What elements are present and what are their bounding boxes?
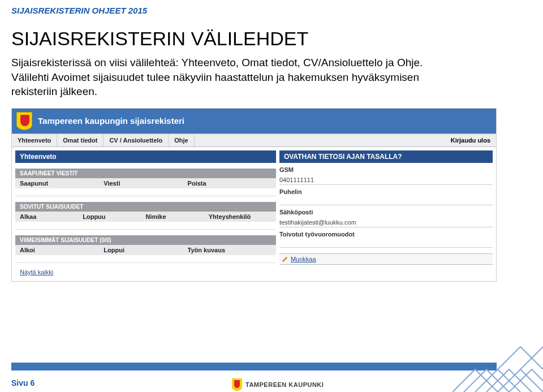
page-title: SIJAISREKISTERIN VÄLILEHDET (0, 20, 543, 55)
email-label: Sähköposti (279, 209, 493, 216)
body-paragraph: Sijaisrekisterissä on viisi välilehteä: … (0, 55, 464, 106)
col-yhteyshenkilo: Yhteyshenkilö (209, 213, 272, 220)
footer-brand: TAMPEREEN KAUPUNKI (232, 378, 324, 391)
right-column: OVATHAN TIETOSI AJAN TASALLA? GSM 040111… (279, 150, 493, 278)
app-title: Tampereen kaupungin sijaisrekisteri (38, 116, 184, 126)
col-loppuu: Loppuu (83, 213, 145, 220)
table-row (15, 188, 276, 196)
col-alkoi: Alkoi (20, 247, 104, 253)
document-header: SIJAISREKISTERIN OHJEET 2015 (0, 0, 543, 20)
gsm-value: 0401111111 (279, 175, 493, 185)
left-column: Yhteenveto SAAPUNEET VIESTIT Saapunut Vi… (15, 150, 276, 278)
decor-pattern-icon (441, 324, 543, 392)
email-value: testihakijatesti@luukku.com (279, 218, 493, 227)
col-tyon-kuvaus: Työn kuvaus (188, 247, 272, 253)
app-titlebar: Tampereen kaupungin sijaisrekisteri (12, 109, 496, 133)
table-row (15, 222, 276, 230)
crest-icon (232, 378, 242, 391)
shifts-value (279, 240, 493, 248)
logout-link[interactable]: Kirjaudu ulos (445, 134, 496, 147)
col-alkaa: Alkaa (20, 213, 83, 220)
agreed-columns: Alkaa Loppuu Nimike Yhteyshenkilö (15, 212, 276, 222)
edit-row: Muokkaa (279, 253, 493, 265)
edit-link[interactable]: Muokkaa (291, 256, 316, 262)
col-poista: Poista (188, 180, 272, 187)
tab-yhteenveto[interactable]: Yhteenveto (12, 134, 57, 147)
recent-columns: Alkoi Loppui Työn kuvaus (15, 245, 276, 255)
messages-columns: Saapunut Viesti Poista (15, 178, 276, 188)
tab-bar: Yhteenveto Omat tiedot CV / Ansioluettel… (12, 133, 496, 147)
shifts-label: Toivotut työvuoromuodot (279, 231, 493, 238)
page-number: Sivu 6 (11, 378, 35, 387)
section-recent-title: VIIMEISIMMÄT SIJAISUUDET (0/0) (15, 235, 276, 245)
col-nimike: Nimike (145, 213, 208, 220)
tab-ohje[interactable]: Ohje (169, 134, 194, 147)
col-saapunut: Saapunut (20, 180, 104, 187)
crest-icon (16, 112, 32, 130)
section-messages: SAAPUNEET VIESTIT Saapunut Viesti Poista (15, 166, 276, 196)
table-row (15, 255, 276, 263)
phone-label: Puhelin (279, 188, 493, 195)
section-agreed-title: SOVITUT SIJAISUUDET (15, 202, 276, 212)
show-all-link[interactable]: Näytä kaikki (15, 266, 276, 278)
section-agreed: SOVITUT SIJAISUUDET Alkaa Loppuu Nimike … (15, 200, 276, 230)
col-viesti: Viesti (104, 180, 187, 187)
pencil-icon (282, 256, 288, 262)
phone-value (279, 197, 493, 205)
gsm-label: GSM (279, 166, 493, 173)
left-panel-title: Yhteenveto (15, 150, 276, 163)
footer-brand-text: TAMPEREEN KAUPUNKI (245, 381, 324, 388)
footer-bar (11, 363, 497, 371)
app-screenshot: Tampereen kaupungin sijaisrekisteri Yhte… (11, 108, 497, 282)
tab-cv-ansioluettelo[interactable]: CV / Ansioluettelo (104, 134, 169, 147)
right-panel-title: OVATHAN TIETOSI AJAN TASALLA? (279, 150, 493, 163)
page-footer: Sivu 6 TAMPEREEN KAUPUNKI (0, 364, 543, 392)
section-messages-title: SAAPUNEET VIESTIT (15, 169, 276, 178)
section-recent: VIIMEISIMMÄT SIJAISUUDET (0/0) Alkoi Lop… (15, 233, 276, 263)
tab-omat-tiedot[interactable]: Omat tiedot (57, 134, 104, 147)
col-loppui: Loppui (104, 247, 187, 253)
